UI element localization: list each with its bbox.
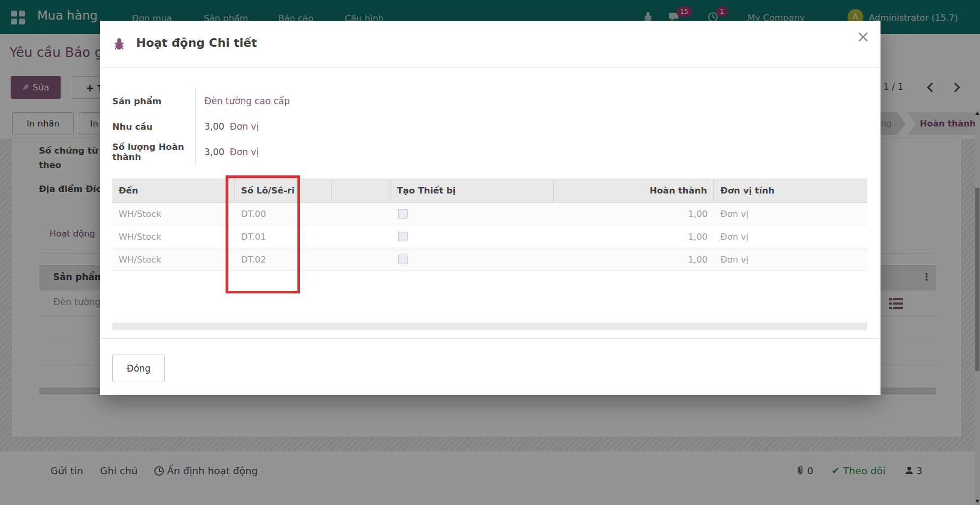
col-header-uom[interactable]: Đơn vị tính [714, 179, 867, 202]
uom-link[interactable]: Đơn vị [230, 121, 259, 132]
field-demand: Nhu cầu 3,00 Đơn vị [112, 114, 867, 139]
field-label: Nhu cầu [112, 122, 195, 132]
dialog-fields: Sản phẩm Đèn tường cao cấp Nhu cầu 3,00 … [112, 88, 867, 165]
create-device-checkbox[interactable] [398, 209, 408, 218]
demand-qty: 3,00 [204, 121, 225, 132]
field-label: Số lượng Hoàn thành [112, 142, 195, 162]
close-dialog-button[interactable]: Đóng [112, 355, 165, 382]
col-header-spare [332, 179, 391, 202]
bug-icon [113, 38, 125, 53]
dialog-footer: Đóng [100, 338, 881, 395]
modal-table-horizontal-scrollbar[interactable] [112, 323, 867, 330]
product-link[interactable]: Đèn tường cao cấp [204, 96, 290, 106]
create-device-checkbox[interactable] [398, 255, 408, 264]
create-device-checkbox[interactable] [398, 232, 408, 241]
col-header-create-device[interactable]: Tạo Thiết bị [391, 179, 554, 202]
field-product: Sản phẩm Đèn tường cao cấp [112, 88, 867, 114]
close-icon[interactable] [857, 27, 870, 46]
col-header-to[interactable]: Đến [112, 179, 235, 202]
uom-link[interactable]: Đơn vị [230, 147, 259, 157]
field-done-qty: Số lượng Hoàn thành 3,00 Đơn vị [112, 139, 867, 165]
detailed-operations-dialog: Hoạt động Chi tiết Sản phẩm Đèn tường ca… [100, 21, 881, 395]
done-qty: 3,00 [204, 147, 225, 157]
dialog-header: Hoạt động Chi tiết [100, 21, 881, 68]
field-label: Sản phẩm [112, 96, 195, 106]
lot-serial-highlight-box [226, 175, 300, 293]
col-header-done[interactable]: Hoàn thành [554, 179, 714, 202]
dialog-title: Hoạt động Chi tiết [136, 36, 257, 49]
